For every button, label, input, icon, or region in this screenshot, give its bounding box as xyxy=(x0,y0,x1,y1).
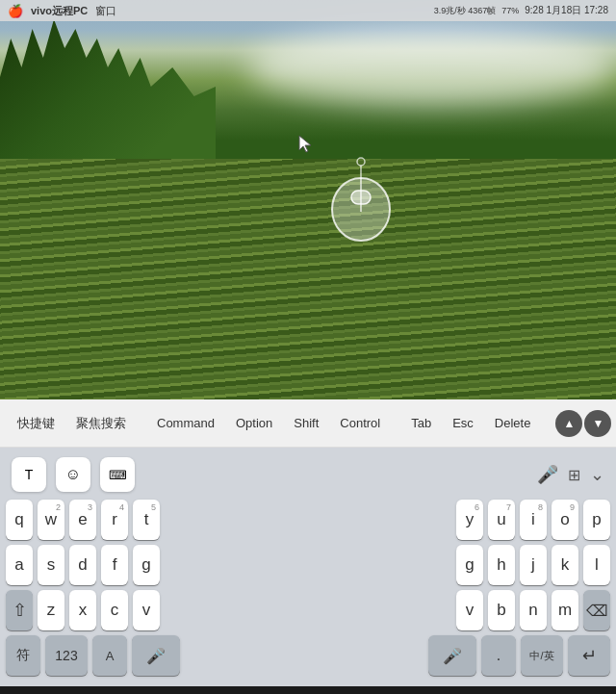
key-t[interactable]: t5 xyxy=(133,500,160,540)
key-q[interactable]: q xyxy=(6,500,33,540)
key-e[interactable]: e3 xyxy=(69,500,96,540)
key-row-4: 符 123 A 🎤 🎤 . 中/英 ↵ xyxy=(4,635,612,676)
key-r[interactable]: r4 xyxy=(101,500,128,540)
menubar: 🍎 vivo远程PC 窗口 3.9兆/秒 4367帧 77% 9:28 1月18… xyxy=(0,0,616,21)
shortcut-control[interactable]: Control xyxy=(330,411,390,435)
key-s[interactable]: s xyxy=(38,545,64,585)
kb-chevron-down[interactable]: ⌄ xyxy=(590,464,604,485)
battery-status: 77% xyxy=(501,6,519,15)
key-h[interactable]: h xyxy=(488,545,515,585)
window-menu[interactable]: 窗口 xyxy=(95,4,116,18)
key-x[interactable]: x xyxy=(69,590,96,630)
key-123[interactable]: 123 xyxy=(45,635,88,676)
key-group-2-right: g h j k l xyxy=(456,545,610,585)
up-arrow-button[interactable]: ▲ xyxy=(555,410,582,437)
key-y[interactable]: y6 xyxy=(456,500,483,540)
shortcut-option[interactable]: Option xyxy=(226,411,282,435)
cloud-layer xyxy=(246,29,616,106)
key-d[interactable]: d xyxy=(69,545,96,585)
down-arrow-button[interactable]: ▼ xyxy=(584,410,611,437)
apple-icon[interactable]: 🍎 xyxy=(8,4,23,18)
key-g[interactable]: g xyxy=(133,545,160,585)
key-i[interactable]: i8 xyxy=(520,500,547,540)
kb-text-icon[interactable]: T xyxy=(12,457,46,492)
shortcut-delete[interactable]: Delete xyxy=(485,411,541,435)
shortcut-kuaijiejian[interactable]: 快捷键 xyxy=(8,410,64,437)
time-display: 9:28 1月18日 17:28 xyxy=(525,4,608,17)
keyboard: T ☺ ⌨ 🎤 ⊞ ⌄ q w2 e3 r4 t5 y6 u7 i8 o9 p … xyxy=(0,448,616,686)
key-g2[interactable]: g xyxy=(456,545,483,585)
key-k[interactable]: k xyxy=(552,545,578,585)
key-j[interactable]: j xyxy=(520,545,547,585)
status-info: 3.9兆/秒 4367帧 xyxy=(434,5,497,17)
key-f[interactable]: f xyxy=(101,545,128,585)
key-b[interactable]: b xyxy=(488,590,515,630)
key-shift[interactable]: ⇧ xyxy=(6,590,33,630)
menubar-left: 🍎 vivo远程PC 窗口 xyxy=(8,4,116,18)
kb-keyboard-icon[interactable]: ⌨ xyxy=(100,457,135,492)
kb-toolbar: T ☺ ⌨ 🎤 ⊞ ⌄ xyxy=(4,453,612,496)
key-v[interactable]: v xyxy=(133,590,160,630)
kb-emoji-icon[interactable]: ☺ xyxy=(56,457,90,492)
shortcut-command[interactable]: Command xyxy=(147,411,224,435)
mouse-graphic xyxy=(327,154,395,245)
key-mic-left[interactable]: 🎤 xyxy=(132,635,180,676)
key-chinese-eng-left[interactable]: A xyxy=(92,635,127,676)
shortcut-esc[interactable]: Esc xyxy=(443,411,483,435)
arrow-buttons: ▲ ▼ xyxy=(555,410,611,437)
kb-grid-icon[interactable]: ⊞ xyxy=(568,466,580,484)
key-l[interactable]: l xyxy=(583,545,610,585)
kb-tools-left: T ☺ ⌨ xyxy=(12,457,135,492)
vineyard xyxy=(0,159,616,399)
key-group-3-left: ⇧ z x c v xyxy=(6,590,160,630)
key-group-4-right: 🎤 . 中/英 ↵ xyxy=(428,635,610,676)
key-p[interactable]: p xyxy=(583,500,610,540)
svg-point-3 xyxy=(357,158,365,166)
key-a[interactable]: a xyxy=(6,545,33,585)
key-row-2: a s d f g g h j k l xyxy=(4,545,612,585)
svg-rect-2 xyxy=(351,191,371,204)
key-n[interactable]: n xyxy=(520,590,547,630)
key-mic-right[interactable]: 🎤 xyxy=(428,635,476,676)
key-group-1-right: y6 u7 i8 o9 p xyxy=(456,500,610,540)
key-u[interactable]: u7 xyxy=(488,500,515,540)
key-chinese-eng-right[interactable]: 中/英 xyxy=(521,635,563,676)
key-m[interactable]: m xyxy=(552,590,578,630)
menubar-right: 3.9兆/秒 4367帧 77% 9:28 1月18日 17:28 xyxy=(434,4,608,17)
key-z[interactable]: z xyxy=(38,590,64,630)
key-backspace[interactable]: ⌫ xyxy=(583,590,610,630)
key-row-1: q w2 e3 r4 t5 y6 u7 i8 o9 p xyxy=(4,500,612,540)
cursor-icon xyxy=(298,135,314,154)
key-c[interactable]: c xyxy=(101,590,128,630)
key-fu[interactable]: 符 xyxy=(6,635,40,676)
key-return[interactable]: ↵ xyxy=(568,635,610,676)
key-o[interactable]: o9 xyxy=(552,500,578,540)
shortcut-tab[interactable]: Tab xyxy=(401,411,441,435)
shortcut-jujuosousuo[interactable]: 聚焦搜索 xyxy=(66,410,136,437)
shortcut-shift[interactable]: Shift xyxy=(284,411,328,435)
key-group-2-left: a s d f g xyxy=(6,545,160,585)
key-period[interactable]: . xyxy=(481,635,516,676)
key-w[interactable]: w2 xyxy=(38,500,64,540)
desktop: 🍎 vivo远程PC 窗口 3.9兆/秒 4367帧 77% 9:28 1月18… xyxy=(0,0,616,399)
kb-mic-icon[interactable]: 🎤 xyxy=(537,464,558,485)
key-group-1-left: q w2 e3 r4 t5 xyxy=(6,500,160,540)
shortcut-bar: 快捷键 聚焦搜索 Command Option Shift Control Ta… xyxy=(0,399,616,448)
app-name[interactable]: vivo远程PC xyxy=(31,4,88,18)
key-row-3: ⇧ z x c v v b n m ⌫ xyxy=(4,590,612,630)
key-group-4-left: 符 123 A 🎤 xyxy=(6,635,180,676)
key-group-3-right: v b n m ⌫ xyxy=(456,590,610,630)
kb-tools-right: 🎤 ⊞ ⌄ xyxy=(537,464,604,485)
key-v2[interactable]: v xyxy=(456,590,483,630)
